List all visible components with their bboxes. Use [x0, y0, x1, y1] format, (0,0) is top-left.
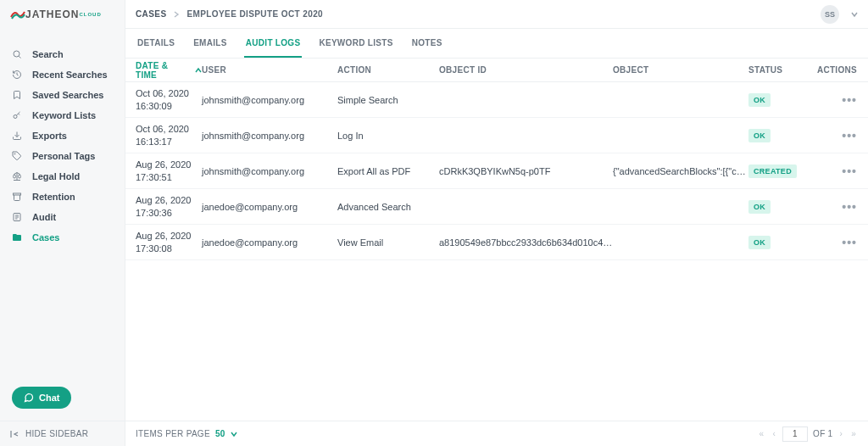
legal-icon	[12, 171, 24, 181]
sidebar-item-label: Keyword Lists	[32, 110, 96, 120]
cell-datetime: Aug 26, 202017:30:08	[136, 230, 202, 255]
row-actions-button[interactable]: •••	[799, 200, 857, 214]
search-icon	[12, 49, 24, 59]
row-actions-button[interactable]: •••	[799, 164, 857, 178]
hide-sidebar-button[interactable]: HIDE SIDEBAR	[0, 421, 125, 446]
col-date-sort[interactable]: DATE & TIME	[136, 61, 202, 80]
collapse-icon	[10, 430, 19, 438]
breadcrumb-root[interactable]: CASES	[136, 9, 166, 19]
items-per-page[interactable]: ITEMS PER PAGE 50	[136, 429, 237, 438]
sidebar-item-label: Legal Hold	[32, 171, 80, 181]
brand-name: JATHEON	[25, 8, 79, 20]
saved-icon	[12, 90, 24, 100]
audit-table: DATE & TIME USER ACTION OBJECT ID OBJECT…	[125, 59, 868, 421]
footer: ITEMS PER PAGE 50 « ‹ 1 OF 1 › »	[125, 421, 868, 446]
cell-status: CREATED	[748, 164, 799, 178]
sidebar-item-personal-tags[interactable]: Personal Tags	[0, 146, 125, 166]
sidebar-item-legal-hold[interactable]: Legal Hold	[0, 166, 125, 187]
chevron-down-icon[interactable]	[851, 11, 858, 18]
cell-status: OK	[748, 93, 799, 107]
row-actions-button[interactable]: •••	[799, 129, 857, 142]
cell-status: OK	[748, 236, 799, 249]
sidebar-item-label: Cases	[32, 232, 59, 243]
page-next-button[interactable]: ›	[837, 429, 844, 438]
cell-object-id: cDRkK3QBYIKwN5q-p0TF	[439, 166, 613, 176]
sidebar-item-keyword-lists[interactable]: Keyword Lists	[0, 105, 125, 125]
brand-logo: JATHEON CLOUD	[0, 0, 125, 29]
page-of-label: OF 1	[813, 429, 832, 438]
cell-datetime: Aug 26, 202017:30:36	[136, 194, 202, 220]
sidebar-item-label: Exports	[32, 131, 67, 141]
breadcrumb-leaf: EMPLOYEE DISPUTE OCT 2020	[186, 9, 323, 19]
sidebar-item-exports[interactable]: Exports	[0, 125, 125, 146]
col-status-label: STATUS	[748, 65, 799, 75]
folder-icon	[12, 232, 24, 243]
main-panel: CASES EMPLOYEE DISPUTE OCT 2020 SS DETAI…	[125, 0, 868, 446]
brand-mark-icon	[10, 8, 25, 20]
cell-action: Log In	[337, 131, 439, 141]
svg-point-1	[14, 115, 17, 119]
svg-point-0	[14, 51, 19, 57]
cell-action: Export All as PDF	[337, 166, 439, 176]
col-action-label: ACTION	[337, 65, 439, 75]
tab-notes[interactable]: NOTES	[410, 38, 444, 58]
sidebar-item-label: Saved Searches	[32, 90, 103, 100]
user-avatar[interactable]: SS	[821, 5, 839, 24]
sidebar-item-retention[interactable]: Retention	[0, 187, 125, 207]
sidebar-item-search[interactable]: Search	[0, 44, 125, 64]
cell-user: janedoe@company.org	[202, 202, 337, 212]
cell-action: Simple Search	[337, 95, 439, 105]
page-current[interactable]: 1	[782, 426, 808, 442]
sidebar-nav: SearchRecent SearchesSaved SearchesKeywo…	[0, 44, 125, 421]
row-actions-button[interactable]: •••	[799, 93, 857, 107]
cell-object-id: a8190549e87bbcc2933dc6b634d010c47b4f250c	[439, 237, 613, 248]
page-last-button[interactable]: »	[849, 429, 858, 438]
sidebar-item-label: Personal Tags	[32, 151, 95, 161]
chat-label: Chat	[39, 393, 59, 403]
cell-user: johnsmith@company.org	[202, 131, 337, 141]
cell-object: {"advancedSearchBlocks":[{"co…	[613, 166, 748, 176]
table-row: Oct 06, 202016:13:17johnsmith@company.or…	[125, 118, 868, 153]
svg-rect-3	[14, 193, 21, 195]
sidebar-item-audit[interactable]: Audit	[0, 207, 125, 227]
page-prev-button[interactable]: ‹	[771, 429, 777, 438]
cell-action: Advanced Search	[337, 202, 439, 212]
table-row: Aug 26, 202017:30:51johnsmith@company.or…	[125, 153, 868, 189]
audit-icon	[12, 212, 24, 222]
cell-action: View Email	[337, 237, 439, 248]
sidebar-item-recent-searches[interactable]: Recent Searches	[0, 64, 125, 85]
table-row: Aug 26, 202017:30:08janedoe@company.orgV…	[125, 225, 868, 260]
sort-asc-icon	[195, 67, 202, 74]
sidebar-item-label: Audit	[32, 212, 56, 222]
cell-datetime: Oct 06, 202016:30:09	[136, 87, 202, 113]
status-badge: OK	[748, 93, 771, 107]
tab-details[interactable]: DETAILS	[136, 38, 176, 58]
status-badge: OK	[748, 129, 771, 142]
tab-keyword-lists[interactable]: KEYWORD LISTS	[317, 38, 394, 58]
key-icon	[12, 110, 24, 120]
sidebar-item-cases[interactable]: Cases	[0, 227, 125, 248]
status-badge: OK	[748, 236, 771, 249]
tab-emails[interactable]: EMAILS	[192, 38, 229, 58]
col-object-label: OBJECT	[613, 65, 748, 75]
cell-status: OK	[748, 129, 799, 142]
row-actions-button[interactable]: •••	[799, 236, 857, 249]
retention-icon	[12, 192, 24, 202]
chat-button[interactable]: Chat	[12, 387, 71, 409]
cell-user: johnsmith@company.org	[202, 166, 337, 176]
tab-audit-logs[interactable]: AUDIT LOGS	[244, 38, 303, 58]
table-header: DATE & TIME USER ACTION OBJECT ID OBJECT…	[125, 59, 868, 82]
brand-tag: CLOUD	[79, 12, 101, 17]
cell-user: johnsmith@company.org	[202, 95, 337, 105]
hide-sidebar-label: HIDE SIDEBAR	[25, 429, 88, 438]
table-row: Aug 26, 202017:30:36janedoe@company.orgA…	[125, 189, 868, 225]
col-object-id-label: OBJECT ID	[439, 65, 613, 75]
topbar: CASES EMPLOYEE DISPUTE OCT 2020 SS	[125, 0, 868, 29]
chevron-down-icon	[231, 431, 237, 438]
col-user-label: USER	[202, 65, 337, 75]
tag-icon	[12, 151, 24, 161]
items-per-page-label: ITEMS PER PAGE	[136, 429, 210, 438]
page-first-button[interactable]: «	[758, 429, 766, 438]
sidebar-item-label: Recent Searches	[32, 70, 108, 80]
sidebar-item-saved-searches[interactable]: Saved Searches	[0, 85, 125, 105]
